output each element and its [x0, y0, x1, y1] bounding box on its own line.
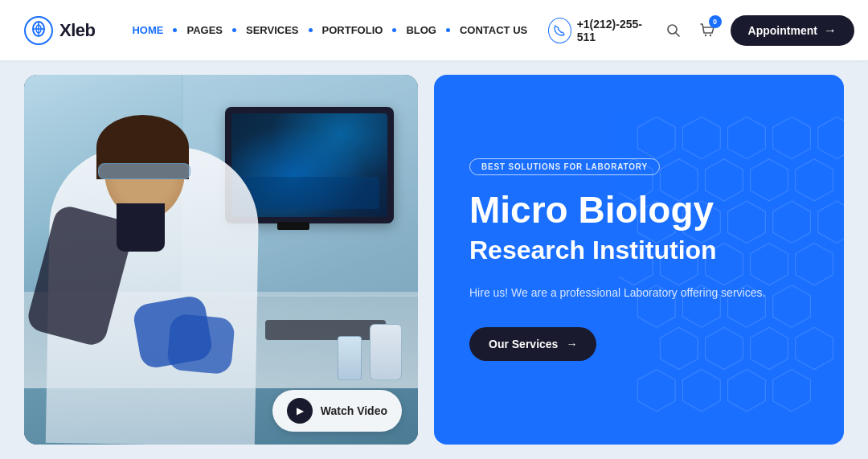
our-services-button[interactable]: Our Services →	[469, 327, 596, 361]
svg-line-6	[675, 32, 679, 36]
cart-button[interactable]: 0	[696, 18, 719, 43]
nav-pages[interactable]: PAGES	[182, 21, 227, 39]
nav-separator	[232, 28, 236, 32]
search-button[interactable]	[662, 18, 685, 43]
svg-point-7	[705, 34, 706, 35]
nav-separator	[446, 28, 450, 32]
nav-separator	[173, 28, 177, 32]
hero-badge: BEST SOLUTIONS FOR LABORATORY	[469, 158, 660, 175]
nav-home[interactable]: HOME	[127, 21, 168, 39]
nav-portfolio[interactable]: PORTFOLIO	[317, 21, 388, 39]
logo-icon	[24, 16, 53, 45]
header-actions: +1(212)-255-511 0 Appointment →	[548, 15, 854, 46]
svg-marker-12	[772, 117, 810, 158]
hero-card: BEST SOLUTIONS FOR LABORATORY Micro Biol…	[434, 75, 844, 445]
lab-image-card: ▶ Watch Video	[24, 75, 418, 445]
main-header: Xleb HOME PAGES SERVICES PORTFOLIO BLOG …	[0, 0, 868, 60]
svg-point-8	[710, 34, 711, 35]
nav-services[interactable]: SERVICES	[241, 21, 304, 39]
hero-description: Hire us! We are a professional Laborator…	[469, 284, 775, 301]
play-icon: ▶	[287, 398, 313, 424]
logo-text: Xleb	[59, 20, 95, 41]
nav-blog[interactable]: BLOG	[401, 21, 441, 39]
svg-marker-38	[682, 370, 720, 412]
watch-video-label: Watch Video	[321, 404, 387, 417]
main-content: ▶ Watch Video	[0, 60, 868, 459]
hero-title-line1: Micro Biology	[469, 190, 809, 231]
cart-badge: 0	[709, 15, 722, 28]
phone-icon	[548, 18, 571, 43]
appointment-button[interactable]: Appointment →	[731, 15, 854, 46]
arrow-icon: →	[824, 23, 837, 38]
nav-contact[interactable]: CONTACT US	[455, 21, 532, 39]
svg-marker-10	[682, 117, 720, 158]
svg-marker-37	[637, 370, 675, 412]
phone-area[interactable]: +1(212)-255-511	[548, 18, 651, 43]
nav-separator	[392, 28, 396, 32]
hero-title-line2: Research Institution	[469, 235, 809, 265]
svg-marker-40	[772, 370, 810, 412]
svg-marker-11	[727, 117, 765, 158]
watch-video-button[interactable]: ▶ Watch Video	[272, 390, 402, 432]
nav-separator	[309, 28, 313, 32]
svg-marker-13	[817, 117, 844, 158]
arrow-right-icon: →	[566, 338, 577, 350]
main-nav: HOME PAGES SERVICES PORTFOLIO BLOG CONTA…	[127, 21, 532, 39]
logo[interactable]: Xleb	[24, 16, 95, 45]
svg-marker-39	[727, 370, 765, 412]
phone-number: +1(212)-255-511	[577, 18, 651, 43]
svg-marker-9	[637, 117, 675, 158]
svg-marker-23	[817, 201, 844, 243]
